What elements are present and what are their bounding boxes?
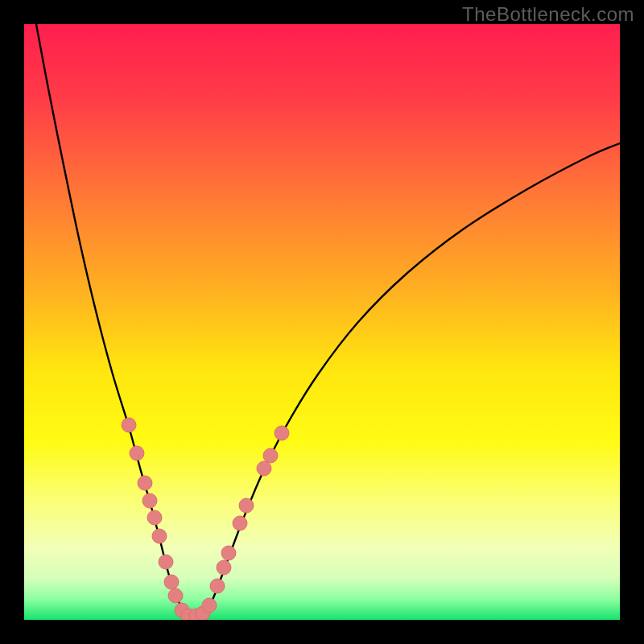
data-point: [164, 575, 179, 589]
data-point: [159, 555, 173, 569]
data-point: [152, 529, 167, 543]
data-point: [217, 560, 231, 575]
chart-frame: TheBottleneck.com: [0, 0, 644, 644]
data-point: [168, 588, 183, 603]
data-point: [233, 516, 247, 530]
data-point: [221, 546, 236, 560]
data-point: [122, 418, 136, 432]
data-point: [142, 493, 157, 508]
data-point: [263, 448, 278, 463]
plot-area: [24, 24, 620, 620]
bottleneck-curve: [24, 24, 620, 620]
watermark-text: TheBottleneck.com: [462, 3, 634, 26]
data-point: [147, 510, 162, 525]
data-point: [257, 461, 271, 476]
data-point: [138, 476, 152, 490]
data-point: [275, 426, 289, 440]
data-point: [130, 446, 144, 460]
data-point: [239, 498, 254, 513]
data-point: [210, 579, 225, 593]
data-point: [202, 598, 217, 613]
data-markers: [122, 418, 289, 620]
